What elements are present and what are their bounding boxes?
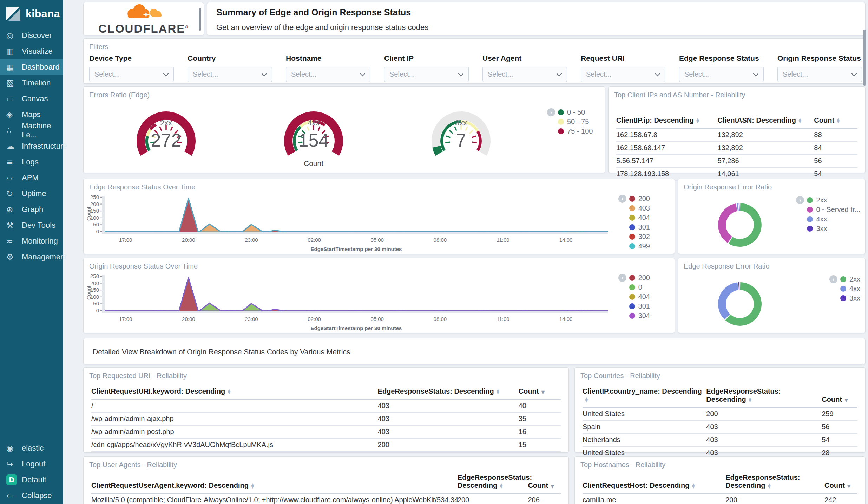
sidebar-item-label: Visualize (22, 47, 53, 56)
table-row: /wp-admin/admin-post.php40316 (91, 425, 561, 438)
legend-toggle-chevron-icon[interactable]: › (829, 275, 837, 283)
column-header-label: EdgeResponseStatus: Descending (725, 473, 800, 489)
table-cell: 84 (814, 141, 857, 154)
sidebar-item-dashboard[interactable]: ▦Dashboard (0, 59, 63, 75)
legend-item-50 - 75[interactable]: 50 - 75 (558, 118, 593, 125)
gauge-2xx: 2xx272 (92, 102, 240, 173)
sidebar-item-default[interactable]: DDefault (0, 472, 63, 487)
legend-item-200[interactable]: ›200 (618, 195, 650, 202)
legend-item-0[interactable]: 0 (629, 284, 650, 291)
legend-label: 301 (638, 223, 650, 231)
legend-color-dot (807, 216, 813, 222)
legend-item-499[interactable]: 499 (629, 243, 650, 250)
legend-color-dot (629, 196, 635, 202)
page-scrollbar[interactable] (863, 30, 866, 86)
filter-select-origin-response-status[interactable]: Select... (777, 67, 862, 82)
panel-title: Top User Agents - Reliability (89, 461, 177, 469)
filter-select-edge-response-status[interactable]: Select... (679, 67, 764, 82)
legend-item-404[interactable]: 404 (629, 214, 650, 221)
sidebar-item-timelion[interactable]: ▧Timelion (0, 75, 63, 91)
legend-item-75 - 100[interactable]: 75 - 100 (558, 128, 593, 135)
svg-text:0: 0 (96, 228, 99, 234)
sidebar-item-machine-learning[interactable]: ∴Machine Le... (0, 122, 63, 138)
filter-select-hostname[interactable]: Select... (286, 67, 370, 82)
filter-select-country[interactable]: Select... (188, 67, 272, 82)
column-header[interactable]: ClientIP.ip: Descending▲▼ (616, 116, 718, 128)
legend-item-2xx[interactable]: ›2xx (829, 276, 860, 283)
legend-item-403[interactable]: 403 (629, 205, 650, 212)
panel-scrollbar[interactable] (199, 8, 201, 31)
sidebar-item-graph[interactable]: ⊛Graph (0, 201, 63, 217)
column-header[interactable]: ClientRequestUserAgent.keyword: Descendi… (91, 473, 458, 493)
column-header[interactable]: EdgeResponseStatus: Descending▲▼ (378, 387, 519, 399)
legend-item-3xx[interactable]: 3xx (807, 225, 860, 232)
legend-toggle-chevron-icon[interactable]: › (547, 108, 555, 116)
svg-text:4xx: 4xx (308, 118, 320, 127)
legend-item-302[interactable]: 302 (629, 233, 650, 240)
errors-ratio-gauges-chart: 2xx2724xx1543xx7Count›0 - 5050 - 7575 - … (84, 87, 605, 173)
column-header[interactable]: ClientRequestHost: Descending▲▼ (583, 473, 725, 493)
legend-item-404[interactable]: 404 (629, 293, 650, 301)
wrench-icon: ⚒ (6, 221, 22, 230)
legend-item-0 - 50[interactable]: ›0 - 50 (547, 109, 593, 116)
column-header[interactable]: EdgeResponseStatus: Descending▲▼ (706, 387, 822, 407)
column-header[interactable]: Count▼ (519, 387, 561, 399)
column-header-label: EdgeResponseStatus: Descending (458, 473, 532, 489)
table-cell: 162.158.67.8 (616, 128, 718, 141)
filter-label: Hostname (286, 54, 370, 63)
column-header-label: ClientRequestUserAgent.keyword: Descendi… (91, 482, 249, 489)
column-header[interactable]: Count▼ (824, 473, 857, 493)
legend-item-4xx[interactable]: 4xx (840, 285, 860, 292)
column-header[interactable]: ClientRequestURI.keyword: Descending▲▼ (91, 387, 378, 399)
column-header[interactable]: EdgeResponseStatus: Descending▲▼ (458, 473, 528, 493)
kibana-logo[interactable]: kibana (0, 0, 63, 27)
filter-select-device-type[interactable]: Select... (89, 67, 174, 82)
column-header[interactable]: Count▼ (528, 473, 561, 493)
chart-legend: ›2000404301304 (618, 274, 650, 322)
legend-toggle-chevron-icon[interactable]: › (618, 274, 626, 282)
legend-item-0 - Served fr...[interactable]: 0 - Served fr... (807, 206, 860, 213)
sidebar-item-discover[interactable]: ◎Discover (0, 27, 63, 43)
sidebar-item-dev-tools[interactable]: ⚒Dev Tools (0, 217, 63, 233)
sidebar-item-infrastructure[interactable]: ☁Infrastructure (0, 138, 63, 154)
apm-icon: ▱ (6, 173, 22, 182)
sidebar-item-maps[interactable]: ◈Maps (0, 106, 63, 122)
filter-select-request-uri[interactable]: Select... (581, 67, 665, 82)
column-header[interactable]: Count▼ (822, 387, 857, 407)
legend-toggle-chevron-icon[interactable]: › (796, 196, 804, 204)
sidebar-item-uptime[interactable]: ↻Uptime (0, 186, 63, 201)
legend-item-301[interactable]: 301 (629, 224, 650, 231)
svg-text:08:00: 08:00 (434, 316, 447, 322)
legend-item-301[interactable]: 301 (629, 303, 650, 310)
column-header-label: EdgeResponseStatus: Descending (378, 387, 494, 395)
legend-item-200[interactable]: ›200 (618, 274, 650, 282)
sidebar-item-monitoring[interactable]: ≈Monitoring (0, 233, 63, 249)
sidebar-item-collapse[interactable]: ←Collapse (0, 487, 63, 503)
chevron-down-icon (262, 71, 267, 77)
column-header[interactable]: Count▲▼ (814, 116, 857, 128)
column-header[interactable]: ClientASN: Descending▲▼ (718, 116, 814, 128)
sidebar-item-logout[interactable]: ↪Logout (0, 456, 63, 472)
sidebar-item-visualize[interactable]: ▥Visualize (0, 43, 63, 59)
sidebar-item-canvas[interactable]: ▭Canvas (0, 91, 63, 106)
sidebar-item-apm[interactable]: ▱APM (0, 170, 63, 186)
filter-select-user-agent[interactable]: Select... (482, 67, 567, 82)
legend-item-4xx[interactable]: 4xx (807, 215, 860, 223)
svg-text:23:00: 23:00 (245, 237, 258, 243)
svg-text:02:00: 02:00 (308, 316, 321, 322)
sidebar-item-logs[interactable]: ≡Logs (0, 154, 63, 170)
svg-text:08:00: 08:00 (434, 237, 447, 243)
sidebar-item-management[interactable]: ⚙Management (0, 249, 63, 265)
legend-item-304[interactable]: 304 (629, 312, 650, 319)
edge-over-time-chart: 050100150200250Count17:0020:0023:0002:00… (84, 179, 675, 254)
legend-toggle-chevron-icon[interactable]: › (618, 195, 626, 203)
filter-select-client-ip[interactable]: Select... (384, 67, 469, 82)
legend-item-3xx[interactable]: 3xx (840, 295, 860, 302)
sort-icon: ▲▼ (798, 118, 801, 123)
table-cell: 35 (519, 412, 561, 425)
column-header[interactable]: ClientIP.country_name: Descending▲▼ (583, 387, 706, 407)
column-header[interactable]: EdgeResponseStatus: Descending▲▼ (725, 473, 824, 493)
legend-color-dot (558, 119, 564, 125)
sidebar-item-elastic[interactable]: ◉elastic (0, 440, 63, 456)
legend-item-2xx[interactable]: ›2xx (796, 196, 860, 204)
